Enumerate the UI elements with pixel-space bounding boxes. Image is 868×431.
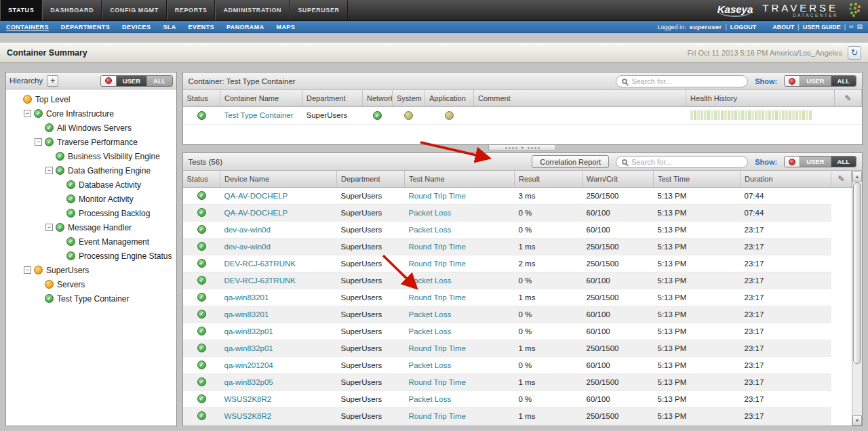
tree-node-label[interactable]: Data Gathering Engine [68,166,151,176]
tree-node-label[interactable]: Event Management [79,237,149,247]
add-container-button[interactable]: + [47,75,58,87]
device-name-link[interactable]: QA-AV-DOCHELP [224,209,288,217]
sub-nav-item-devices[interactable]: DEVICES [116,21,157,33]
about-link[interactable]: ABOUT [772,24,794,30]
tree-node-label[interactable]: Monitor Activity [79,194,134,204]
top-nav-tab-reports[interactable]: REPORTS [167,0,216,20]
sub-nav-item-maps[interactable]: MAPS [271,21,302,33]
column-header-container-name[interactable]: Container Name [220,90,302,106]
tree-node-label[interactable]: Business Visibility Engine [68,152,160,161]
test-row[interactable]: ✓dev-av-win0dSuperUsersRound Trip Time1 … [183,238,852,255]
tree-node-label[interactable]: Processing Backlog [79,209,150,218]
tree-node-event-management[interactable]: ✓Event Management [6,234,176,249]
sub-nav-item-events[interactable]: EVENTS [182,21,220,33]
test-row[interactable]: ✓WSUS2K8R2SuperUsersRound Trip Time1 ms2… [183,407,852,424]
test-name-link[interactable]: Packet Loss [409,226,452,234]
filter-all-button[interactable]: ALL [831,157,856,167]
test-name-link[interactable]: Round Trip Time [409,192,466,200]
top-nav-tab-dashboard[interactable]: DASHBOARD [42,0,102,20]
tree-node-all-windows-servers[interactable]: ✓All Windows Servers [6,121,176,135]
tree-node-superusers[interactable]: −SuperUsers [6,263,176,277]
tree-collapse-icon[interactable]: − [45,167,53,174]
test-row[interactable]: ✓WSUS2K8R2SuperUsersPacket Loss0 %60/100… [183,390,852,407]
refresh-button[interactable]: ↻ [848,46,861,60]
tree-node-monitor-activity[interactable]: ✓Monitor Activity [6,192,176,206]
column-header-department[interactable]: Department [302,90,363,106]
tree-node-servers[interactable]: Servers [6,277,176,291]
column-header-device-name[interactable]: Device Name [220,171,337,187]
column-header-status[interactable]: Status [183,90,220,106]
column-header-test-time[interactable]: Test Time [654,171,741,187]
tree-node-label[interactable]: Message Handler [68,223,132,232]
correlation-report-button[interactable]: Correlation Report [532,155,609,168]
filter-user-button[interactable]: USER [800,157,830,167]
device-name-link[interactable]: qa-win832p05 [224,378,273,386]
test-name-link[interactable]: Round Trip Time [409,243,466,251]
test-name-link[interactable]: Packet Loss [409,395,452,403]
guide-book-icon[interactable]: ▤ [856,24,863,30]
tree-node-label[interactable]: Traverse Performance [57,138,138,147]
device-name-link[interactable]: WSUS2K8R2 [224,412,272,420]
test-name-link[interactable]: Packet Loss [409,276,452,285]
test-name-link[interactable]: Packet Loss [409,327,452,335]
sub-nav-item-sla[interactable]: SLA [157,21,182,33]
column-header-result[interactable]: Result [515,171,583,187]
tree-node-test-type-container[interactable]: ✓Test Type Container [6,291,176,306]
test-name-link[interactable]: Packet Loss [409,361,452,369]
device-name-link[interactable]: qa-win201204 [224,361,273,369]
sub-nav-item-panorama[interactable]: PANORAMA [220,21,271,33]
device-name-link[interactable]: DEV-RCJ-63TRUNK [224,260,296,268]
column-header-test-name[interactable]: Test Name [405,171,515,187]
test-row[interactable]: ✓QA-AV-DOCHELPSuperUsersPacket Loss0 %60… [183,204,852,221]
tests-scrollbar[interactable]: ▲ ▼ [852,171,862,426]
tree-node-label[interactable]: Top Level [35,95,70,104]
container-search-input[interactable] [631,77,742,85]
column-header-system[interactable]: System [393,90,425,106]
test-name-link[interactable]: Round Trip Time [409,344,466,352]
tree-collapse-icon[interactable]: − [45,224,53,231]
test-row[interactable]: ✓QA-AV-DOCHELPSuperUsersRound Trip Time3… [183,187,852,204]
scroll-up-button[interactable]: ▲ [852,171,862,182]
top-nav-tab-status[interactable]: STATUS [0,0,42,20]
column-header-department[interactable]: Department [337,171,405,187]
tree-node-core-infrastructure[interactable]: −✓Core Infrastructure [6,106,176,121]
tree-node-label[interactable]: Database Activity [79,180,141,190]
column-header-network[interactable]: Network [363,90,393,106]
tree-node-business-visibility-engine[interactable]: ✓Business Visibility Engine [6,149,176,163]
filter-all-button[interactable]: ALL [146,76,172,86]
device-name-link[interactable]: QA-AV-DOCHELP [224,192,288,200]
device-name-link[interactable]: qa-win83201 [224,310,269,319]
tree-node-label[interactable]: Core Infrastructure [46,109,114,119]
tree-node-database-activity[interactable]: ✓Database Activity [6,178,176,192]
column-header-comment[interactable]: Comment [474,90,686,106]
container-search-box[interactable] [616,75,748,87]
test-row[interactable]: ✓qa-win201204SuperUsersPacket Loss0 %60/… [183,356,852,373]
filter-user-button[interactable]: USER [800,76,830,86]
tests-search-input[interactable] [631,158,742,166]
tree-node-top-level[interactable]: Top Level [6,92,176,106]
edit-columns-icon[interactable]: ✎ [844,94,851,103]
tree-collapse-icon[interactable]: − [24,266,31,274]
tree-node-label[interactable]: SuperUsers [46,266,89,275]
filter-critical-button[interactable] [785,157,800,167]
sub-nav-item-containers[interactable]: CONTAINERS [0,21,55,33]
test-name-link[interactable]: Packet Loss [409,209,452,217]
test-name-link[interactable]: Round Trip Time [409,260,466,268]
filter-user-button[interactable]: USER [116,76,146,86]
tree-node-label[interactable]: Servers [57,280,85,289]
tree-node-message-handler[interactable]: −✓Message Handler [6,220,176,234]
device-name-link[interactable]: WSUS2K8R2 [224,395,272,403]
test-row[interactable]: ✓DEV-RCJ-63TRUNKSuperUsersPacket Loss0 %… [183,272,852,289]
column-header-status[interactable]: Status [183,171,220,187]
edit-columns-icon[interactable]: ✎ [837,174,844,184]
scroll-thumb[interactable] [853,182,861,364]
column-header-health-history[interactable]: Health History [686,90,835,106]
tree-node-processing-backlog[interactable]: ✓Processing Backlog [6,206,176,220]
tree-node-traverse-performance[interactable]: −✓Traverse Performance [6,135,176,149]
scroll-down-button[interactable]: ▼ [852,415,862,426]
tree-node-data-gathering-engine[interactable]: −✓Data Gathering Engine [6,163,176,178]
tree-node-label[interactable]: All Windows Servers [57,123,132,133]
test-row[interactable]: ✓dev-av-win0dSuperUsersPacket Loss0 %60/… [183,221,852,238]
device-name-link[interactable]: qa-win832p01 [224,327,273,335]
device-name-link[interactable]: DEV-RCJ-63TRUNK [224,276,296,285]
